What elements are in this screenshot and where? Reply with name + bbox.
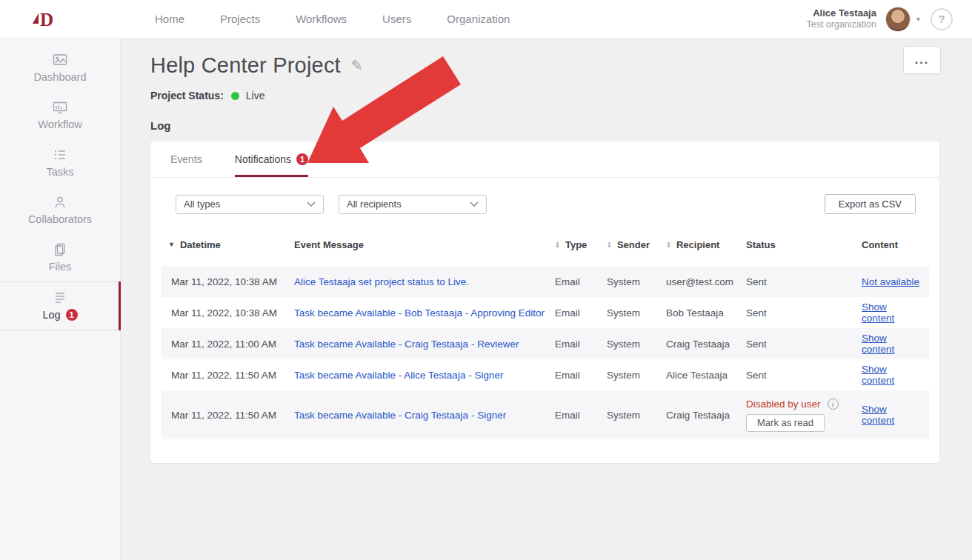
user-organization: Test organization bbox=[806, 19, 876, 31]
column-label: Content bbox=[862, 239, 898, 250]
collaborators-icon bbox=[53, 195, 67, 210]
nav-item-home[interactable]: Home bbox=[155, 13, 184, 25]
layout: Dashboard Workflow Tasks bbox=[0, 39, 972, 560]
cell-recipient: Craig Testaaja bbox=[666, 410, 746, 421]
avatar[interactable] bbox=[885, 7, 911, 32]
column-header-recipient[interactable]: ▲▼ Recipient bbox=[666, 239, 746, 250]
cell-message: Alice Testaaja set project status to Liv… bbox=[294, 276, 555, 287]
chevron-down-icon[interactable]: ▾ bbox=[916, 15, 920, 23]
recipient-filter-dropdown[interactable]: All recipients bbox=[339, 195, 487, 214]
sidebar: Dashboard Workflow Tasks bbox=[0, 39, 121, 560]
column-label: Sender bbox=[617, 239, 650, 250]
event-message-link[interactable]: Task became Available - Craig Testaaja -… bbox=[294, 410, 506, 421]
content-link[interactable]: Show content bbox=[862, 404, 894, 426]
recipient-filter-value: All recipients bbox=[347, 199, 402, 210]
page-title: Help Center Project bbox=[150, 53, 341, 78]
cell-content: Show content bbox=[857, 333, 929, 355]
cell-datetime: Mar 11, 2022, 11:50 AM bbox=[161, 370, 294, 381]
chevron-down-icon bbox=[307, 201, 316, 207]
sidebar-item-collaborators[interactable]: Collaborators bbox=[0, 187, 120, 234]
more-options-button[interactable]: ... bbox=[903, 46, 941, 74]
type-filter-value: All types bbox=[184, 199, 220, 210]
cell-message: Task became Available - Craig Testaaja -… bbox=[294, 410, 555, 421]
table-row: Mar 11, 2022, 10:38 AMAlice Testaaja set… bbox=[161, 266, 929, 297]
column-header-sender[interactable]: ▲▼ Sender bbox=[607, 239, 666, 250]
files-icon bbox=[53, 242, 67, 257]
cell-datetime: Mar 11, 2022, 10:38 AM bbox=[161, 276, 294, 287]
cell-message: Task became Available - Alice Testaaja -… bbox=[294, 370, 555, 381]
cell-recipient: user@test.com bbox=[666, 276, 746, 287]
content-link[interactable]: Show content bbox=[862, 301, 894, 324]
nav-item-projects[interactable]: Projects bbox=[220, 13, 260, 25]
nav-item-workflows[interactable]: Workflows bbox=[296, 13, 347, 25]
event-message-link[interactable]: Task became Available - Bob Testaaja - A… bbox=[294, 307, 545, 319]
cell-datetime: Mar 11, 2022, 11:50 AM bbox=[161, 410, 294, 421]
sidebar-item-tasks[interactable]: Tasks bbox=[0, 139, 120, 187]
type-filter-dropdown[interactable]: All types bbox=[176, 195, 324, 214]
sidebar-label: Dashboard bbox=[34, 71, 87, 83]
table-body: Mar 11, 2022, 10:38 AMAlice Testaaja set… bbox=[161, 266, 929, 439]
top-right-area: Alice Testaaja Test organization ▾ ? bbox=[806, 7, 972, 32]
cell-type: Email bbox=[555, 276, 607, 287]
cell-content: Show content bbox=[857, 301, 929, 324]
column-label: Datetime bbox=[180, 239, 221, 250]
mark-as-read-button[interactable]: Mark as read bbox=[746, 414, 825, 432]
brand-d-icon: D bbox=[30, 8, 59, 30]
log-badge: 1 bbox=[66, 309, 78, 321]
info-icon[interactable]: i bbox=[828, 399, 839, 410]
event-message-link[interactable]: Task became Available - Craig Testaaja -… bbox=[294, 339, 519, 350]
notifications-table: ▼ Datetime Event Message ▲▼ Type ▲▼ Se bbox=[161, 223, 929, 463]
screen: D Home Projects Workflows Users Organiza… bbox=[0, 0, 972, 560]
event-message-link[interactable]: Alice Testaaja set project status to Liv… bbox=[294, 276, 469, 287]
cell-type: Email bbox=[555, 410, 607, 421]
help-button[interactable]: ? bbox=[931, 8, 953, 30]
sidebar-label: Tasks bbox=[46, 166, 73, 178]
cell-recipient: Bob Testaaja bbox=[666, 307, 746, 319]
tasks-icon bbox=[53, 147, 67, 162]
sidebar-item-dashboard[interactable]: Dashboard bbox=[0, 44, 120, 92]
column-header-status: Status bbox=[746, 239, 857, 250]
cell-content: Show content bbox=[857, 364, 929, 386]
cell-datetime: Mar 11, 2022, 11:00 AM bbox=[161, 339, 294, 350]
cell-sender: System bbox=[607, 370, 666, 381]
top-navigation: Home Projects Workflows Users Organizati… bbox=[155, 13, 510, 25]
tab-events[interactable]: Events bbox=[170, 141, 202, 177]
cell-sender: System bbox=[607, 410, 666, 421]
content-link[interactable]: Not available bbox=[862, 276, 919, 287]
sidebar-label: Files bbox=[49, 261, 72, 273]
event-message-link[interactable]: Task became Available - Alice Testaaja -… bbox=[294, 370, 503, 381]
export-csv-button[interactable]: Export as CSV bbox=[825, 194, 916, 214]
column-header-type[interactable]: ▲▼ Type bbox=[555, 239, 607, 250]
table-row: Mar 11, 2022, 11:00 AMTask became Availa… bbox=[161, 328, 929, 359]
page-head: Help Center Project ✎ bbox=[150, 53, 942, 78]
sidebar-item-log[interactable]: Log 1 bbox=[0, 281, 120, 330]
edit-pencil-icon[interactable]: ✎ bbox=[351, 57, 363, 74]
tabs: Events Notifications 1 bbox=[150, 141, 939, 178]
section-title-log: Log bbox=[150, 119, 942, 132]
nav-item-users[interactable]: Users bbox=[382, 13, 411, 25]
project-status-line: Project Status: Live bbox=[150, 90, 942, 101]
user-name: Alice Testaaja bbox=[806, 7, 876, 19]
dashboard-icon bbox=[53, 53, 67, 67]
content-link[interactable]: Show content bbox=[862, 364, 894, 386]
column-label: Status bbox=[746, 239, 776, 250]
project-status-value: Live bbox=[246, 90, 265, 101]
sidebar-item-workflow[interactable]: Workflow bbox=[0, 92, 120, 139]
project-status-label: Project Status: bbox=[150, 90, 224, 101]
sidebar-label: Log bbox=[42, 309, 60, 321]
app-logo[interactable]: D bbox=[0, 8, 121, 30]
cell-content: Show content bbox=[857, 404, 929, 426]
tab-notifications[interactable]: Notifications 1 bbox=[235, 141, 308, 177]
cell-message: Task became Available - Craig Testaaja -… bbox=[294, 339, 555, 350]
nav-item-organization[interactable]: Organization bbox=[447, 13, 510, 25]
table-row: Mar 11, 2022, 10:38 AMTask became Availa… bbox=[161, 297, 929, 328]
content-link[interactable]: Show content bbox=[862, 333, 894, 355]
cell-status: Sent bbox=[746, 276, 857, 287]
column-header-content: Content bbox=[857, 239, 929, 250]
sort-desc-icon: ▼ bbox=[168, 241, 175, 248]
tab-events-label: Events bbox=[170, 153, 202, 165]
cell-sender: System bbox=[607, 276, 666, 287]
sidebar-item-files[interactable]: Files bbox=[0, 234, 120, 281]
top-bar: D Home Projects Workflows Users Organiza… bbox=[0, 0, 972, 39]
column-header-datetime[interactable]: ▼ Datetime bbox=[161, 239, 294, 250]
